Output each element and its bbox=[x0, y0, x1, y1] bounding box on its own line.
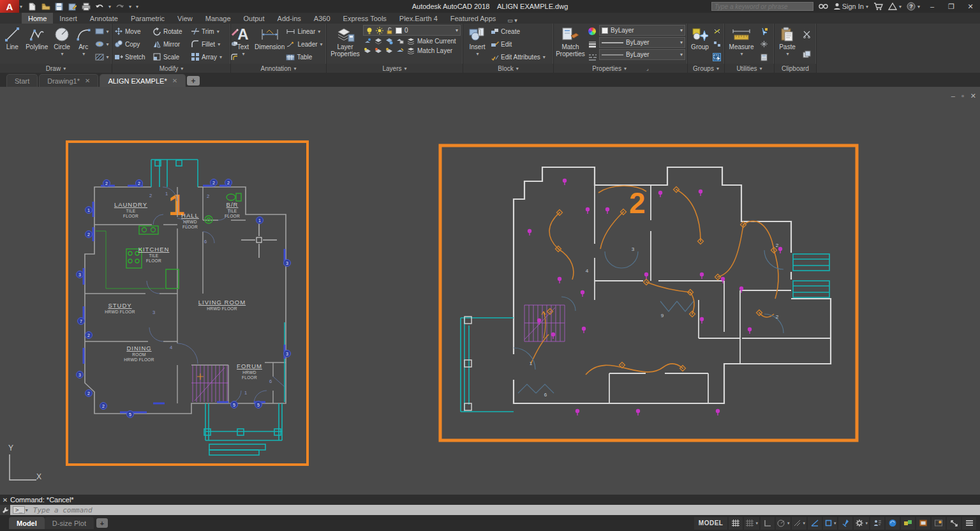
measure-button[interactable]: Measure ▾ bbox=[727, 25, 756, 64]
mirror-button[interactable]: Mirror bbox=[152, 40, 191, 49]
grid-display-toggle[interactable] bbox=[729, 517, 743, 530]
hardware-acceleration-button[interactable] bbox=[886, 517, 900, 530]
ribbon-minimize-button[interactable]: ▭ ▾ bbox=[502, 17, 523, 24]
minimize-button[interactable]: – bbox=[925, 1, 939, 11]
panel-label-block[interactable]: Block▾ bbox=[463, 64, 553, 73]
layer-on-all-button[interactable] bbox=[363, 47, 371, 55]
circle-caret-icon[interactable]: ▾ bbox=[61, 51, 64, 57]
plan1-selection-box[interactable] bbox=[67, 142, 308, 465]
paste-caret-icon[interactable]: ▾ bbox=[786, 51, 789, 57]
ribbon-tab-annotate[interactable]: Annotate bbox=[84, 13, 124, 24]
layer-freeze-button[interactable] bbox=[385, 37, 393, 45]
array-caret-icon[interactable]: ▾ bbox=[219, 54, 222, 60]
layer-thaw-button[interactable] bbox=[374, 47, 382, 55]
layer-lock-button[interactable] bbox=[396, 37, 404, 45]
ortho-mode-toggle[interactable] bbox=[761, 517, 775, 530]
properties-launcher-icon[interactable]: ⌟ bbox=[646, 66, 649, 71]
quick-select-button[interactable] bbox=[760, 27, 768, 36]
insert-caret-icon[interactable]: ▾ bbox=[476, 51, 479, 57]
panel-label-annotation[interactable]: Annotation▾ bbox=[231, 64, 326, 73]
make-current-button[interactable]: Make Current bbox=[417, 38, 456, 45]
panel-label-layers[interactable]: Layers▾ bbox=[327, 64, 463, 73]
open-file-button[interactable] bbox=[41, 2, 50, 11]
panel-label-groups[interactable]: Groups▾ bbox=[688, 64, 724, 73]
plan2-selection-box[interactable] bbox=[440, 146, 857, 440]
model-space-canvas[interactable]: 1 2 – ▫ ✕ bbox=[0, 87, 980, 495]
ribbon-tab-plex-earth[interactable]: Plex.Earth 4 bbox=[393, 13, 444, 24]
layer-isolate-button[interactable] bbox=[374, 37, 382, 45]
new-layout-button[interactable]: + bbox=[96, 518, 108, 528]
close-tab-icon[interactable]: ✕ bbox=[85, 77, 90, 84]
line-button[interactable]: Line bbox=[2, 25, 23, 64]
color-dropdown-caret-icon[interactable]: ▾ bbox=[680, 27, 683, 33]
dimension-button[interactable]: Dimension bbox=[255, 25, 285, 64]
ribbon-tab-output[interactable]: Output bbox=[237, 13, 271, 24]
ribbon-tab-add-ins[interactable]: Add-ins bbox=[271, 13, 308, 24]
qat-customize-caret-icon[interactable]: ▾ bbox=[136, 4, 138, 10]
insert-button[interactable]: Insert ▾ bbox=[465, 25, 489, 64]
linear-button[interactable]: Linear▾ bbox=[286, 28, 320, 35]
save-as-button[interactable] bbox=[68, 2, 77, 11]
fullscreen-button[interactable] bbox=[947, 517, 961, 530]
restore-button[interactable]: ❐ bbox=[944, 1, 958, 11]
layer-off-button[interactable] bbox=[363, 37, 371, 45]
layer-walk-button[interactable] bbox=[396, 47, 404, 55]
close-button[interactable]: ✕ bbox=[963, 1, 977, 11]
model-layout-tab[interactable]: Model bbox=[9, 517, 45, 529]
panel-label-clipboard[interactable]: Clipboard bbox=[775, 64, 816, 73]
panel-label-utilities[interactable]: Utilities▾ bbox=[725, 64, 774, 73]
panel-label-modify[interactable]: Modify▾ bbox=[112, 64, 230, 73]
stretch-button[interactable]: Stretch bbox=[114, 52, 152, 61]
save-button[interactable] bbox=[54, 2, 64, 11]
ribbon-tab-home[interactable]: Home bbox=[22, 13, 53, 24]
leader-caret-icon[interactable]: ▾ bbox=[320, 41, 323, 47]
snap-mode-toggle[interactable]: ▾ bbox=[744, 517, 759, 530]
match-layer-button[interactable]: Match Layer bbox=[417, 47, 452, 54]
block-create-button[interactable]: Create bbox=[491, 28, 520, 35]
new-file-button[interactable] bbox=[27, 2, 37, 11]
redo-button[interactable] bbox=[115, 2, 124, 11]
rotate-button[interactable]: Rotate bbox=[152, 27, 191, 36]
undo-button[interactable] bbox=[94, 2, 104, 11]
trim-button[interactable]: Trim▾ bbox=[191, 27, 229, 36]
search-input[interactable] bbox=[711, 2, 813, 11]
store-cart-icon[interactable] bbox=[873, 3, 883, 10]
array-button[interactable]: Array▾ bbox=[191, 52, 229, 61]
fillet-button[interactable]: Fillet▾ bbox=[191, 40, 229, 49]
group-button[interactable]: Group bbox=[690, 25, 710, 64]
customization-menu-button[interactable] bbox=[962, 517, 976, 530]
clean-screen-button[interactable] bbox=[932, 517, 946, 530]
search-icon[interactable] bbox=[819, 3, 828, 10]
text-caret-icon[interactable]: ▾ bbox=[242, 51, 244, 57]
graphics-performance-button[interactable] bbox=[916, 517, 930, 530]
match-properties-button[interactable]: Match Properties bbox=[556, 25, 585, 64]
trim-caret-icon[interactable]: ▾ bbox=[217, 29, 219, 34]
new-drawing-tab-button[interactable]: + bbox=[187, 76, 200, 86]
move-button[interactable]: Move bbox=[114, 27, 152, 36]
edit-attributes-caret-icon[interactable]: ▾ bbox=[543, 54, 546, 60]
isometric-drafting-toggle[interactable]: ▾ bbox=[792, 517, 806, 530]
workspace-switching-button[interactable]: ▾ bbox=[854, 517, 869, 530]
ribbon-tab-featured-apps[interactable]: Featured Apps bbox=[444, 13, 503, 24]
scale-button[interactable]: Scale bbox=[152, 52, 191, 61]
linetype-icon[interactable] bbox=[588, 53, 597, 61]
text-button[interactable]: A Text ▾ bbox=[233, 25, 253, 64]
polar-tracking-toggle[interactable]: ▾ bbox=[776, 517, 791, 530]
edit-attributes-button[interactable]: Edit Attributes▾ bbox=[491, 54, 546, 61]
annotation-monitor-button[interactable] bbox=[870, 517, 884, 530]
panel-label-properties[interactable]: Properties▾⌟ bbox=[554, 64, 687, 73]
help-icon[interactable]: ?▾ bbox=[907, 2, 920, 11]
object-color-dropdown[interactable]: ByLayer ▾ bbox=[599, 25, 685, 36]
table-button[interactable]: Table bbox=[286, 54, 312, 61]
block-edit-button[interactable]: Edit bbox=[491, 41, 512, 48]
arc-caret-icon[interactable]: ▾ bbox=[82, 51, 85, 57]
autocad-logo-icon[interactable]: A bbox=[0, 0, 19, 13]
polyline-button[interactable]: Polyline bbox=[24, 25, 50, 64]
model-space-toggle[interactable]: MODEL bbox=[694, 517, 728, 530]
arc-button[interactable]: Arc ▾ bbox=[74, 25, 93, 64]
fillet-caret-icon[interactable]: ▾ bbox=[218, 41, 220, 47]
recent-commands-caret-icon[interactable]: ▾ bbox=[26, 507, 28, 513]
copy-button[interactable]: Copy bbox=[114, 40, 152, 49]
app-store-icon[interactable]: ▾ bbox=[888, 3, 902, 10]
lineweight-dropdown-caret-icon[interactable]: ▾ bbox=[680, 40, 683, 45]
